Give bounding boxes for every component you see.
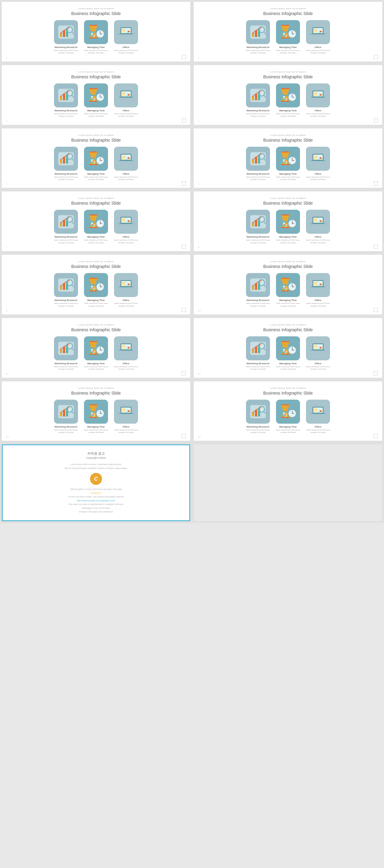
icon-item-time: 26 Managing TimeSynth chartreuse XOXO la… [275,20,301,54]
icons-row: Marketing ResearchSynth chartreuse XOXO … [7,84,185,118]
slide-card-12: Lorem ipsum dolor sit ut laboreBusiness … [194,318,382,378]
slide-checkbox[interactable] [374,434,378,438]
icon-desc: Synth chartreuse XOXO lacus brooklyn VHS… [53,429,79,434]
slide-card-11: Lorem ipsum dolor sit ut laboreBusiness … [2,318,190,378]
icon-box-office [114,400,138,424]
slide-checkbox[interactable] [374,245,378,249]
svg-marker-136 [89,152,97,158]
icon-desc: Synth chartreuse XOXO lacus brooklyn VHS… [53,176,79,181]
icon-item-time: 26 Managing TimeSynth chartreuse XOXO la… [83,147,109,181]
svg-text:26: 26 [283,34,286,36]
slide-subtitle: Lorem ipsum dolor sit ut labore [199,70,377,73]
svg-rect-426 [281,417,289,418]
icon-item-marketing: Marketing ResearchSynth chartreuse XOXO … [245,210,271,244]
icon-box-marketing [54,147,78,171]
icon-box-time: 26 [84,400,108,424]
slide-checkbox[interactable] [374,55,378,59]
icon-label: Office [123,299,130,302]
svg-rect-295 [281,278,289,279]
slide-number: 12 [198,373,201,375]
slide-title: Business Infographic Slide [199,74,377,79]
icon-item-marketing: Marketing ResearchSynth chartreuse XOXO … [245,273,271,307]
icon-desc: Synth chartreuse XOXO lacus brooklyn VHS… [305,366,331,371]
svg-text:26: 26 [283,287,286,289]
slide-title: Business Infographic Slide [199,327,377,332]
slide-checkbox[interactable] [182,371,186,375]
icon-label: Office [315,236,322,238]
icon-label: Managing Time [87,426,105,428]
icon-desc: Synth chartreuse XOXO lacus brooklyn VHS… [83,239,109,244]
footer-logo-circle: C [90,473,102,485]
icons-row: Marketing ResearchSynth chartreuse XOXO … [199,20,377,54]
icon-box-marketing [246,147,270,171]
icon-item-marketing: Marketing ResearchSynth chartreuse XOXO … [53,210,79,244]
svg-rect-74 [89,101,97,102]
icon-desc: Synth chartreuse XOXO lacus brooklyn VHS… [275,176,301,181]
slide-subtitle: Lorem ipsum dolor sit ut labore [199,387,377,390]
slide-card-2: Lorem ipsum dolor sit ut laboreBusiness … [194,2,382,62]
icon-box-time: 26 [276,210,300,234]
slide-checkbox[interactable] [182,181,186,185]
svg-rect-330 [89,354,97,354]
slide-card-10: Lorem ipsum dolor sit ut laboreBusiness … [194,255,382,314]
slide-checkbox[interactable] [374,118,378,122]
icon-desc: Synth chartreuse XOXO lacus brooklyn VHS… [53,49,79,54]
icons-row: Marketing ResearchSynth chartreuse XOXO … [199,400,377,434]
icon-item-office: OfficeSynth chartreuse XOXO lacus brookl… [305,147,331,181]
svg-point-229 [260,218,263,221]
svg-rect-55 [318,28,322,29]
icon-box-office [306,147,330,171]
svg-point-101 [260,91,263,95]
icon-item-office: OfficeSynth chartreuse XOXO lacus brookl… [113,147,139,181]
icons-row: Marketing ResearchSynth chartreuse XOXO … [199,336,377,371]
slide-title: Business Infographic Slide [7,391,185,396]
icons-row: Marketing ResearchSynth chartreuse XOXO … [7,147,185,181]
icon-label: Marketing Research [247,362,269,365]
icon-box-office [114,84,138,107]
slide-checkbox[interactable] [374,371,378,375]
icon-item-office: OfficeSynth chartreuse XOXO lacus brookl… [305,20,331,54]
icon-label: Office [123,46,130,49]
icon-label: Marketing Research [55,299,77,302]
svg-rect-151 [126,155,130,156]
slide-checkbox[interactable] [374,181,378,185]
icon-item-time: 26 Managing TimeSynth chartreuse XOXO la… [83,84,109,118]
icon-desc: Synth chartreuse XOXO lacus brooklyn VHS… [83,302,109,307]
slide-checkbox[interactable] [182,434,186,438]
slide-checkbox[interactable] [374,308,378,312]
icon-label: Managing Time [279,299,297,302]
icon-desc: Synth chartreuse XOXO lacus brooklyn VHS… [83,429,109,434]
icons-row: Marketing ResearchSynth chartreuse XOXO … [199,147,377,181]
icon-label: Managing Time [87,173,105,175]
icon-box-office [306,336,330,360]
svg-marker-424 [281,405,289,411]
svg-rect-327 [89,341,97,342]
svg-rect-87 [126,92,130,92]
slide-title: Business Infographic Slide [199,264,377,269]
icon-item-office: OfficeSynth chartreuse XOXO lacus brookl… [305,336,331,371]
icon-item-marketing: Marketing ResearchSynth chartreuse XOXO … [245,336,271,371]
svg-rect-234 [281,227,289,228]
icon-box-time: 26 [84,336,108,360]
icon-item-office: OfficeSynth chartreuse XOXO lacus brookl… [113,20,139,54]
svg-marker-8 [89,26,97,31]
slide-checkbox[interactable] [182,308,186,312]
svg-rect-23 [126,28,130,29]
slide-checkbox[interactable] [182,245,186,249]
icon-label: Marketing Research [55,46,77,49]
icon-desc: Synth chartreuse XOXO lacus brooklyn VHS… [245,113,271,118]
svg-rect-7 [89,25,97,26]
slide-number: 11 [6,373,9,375]
icon-box-time: 26 [84,273,108,297]
icon-desc: Synth chartreuse XOXO lacus brooklyn VHS… [83,366,109,371]
slide-checkbox[interactable] [182,118,186,122]
icon-desc: Synth chartreuse XOXO lacus brooklyn VHS… [83,49,109,54]
svg-rect-394 [89,417,97,418]
icon-box-marketing [54,273,78,297]
slide-checkbox[interactable] [182,55,186,59]
svg-point-5 [68,28,71,31]
svg-rect-170 [281,164,289,165]
icon-label: Marketing Research [247,46,269,49]
icon-box-marketing [246,400,270,424]
slide-title: Business Infographic Slide [7,327,185,332]
